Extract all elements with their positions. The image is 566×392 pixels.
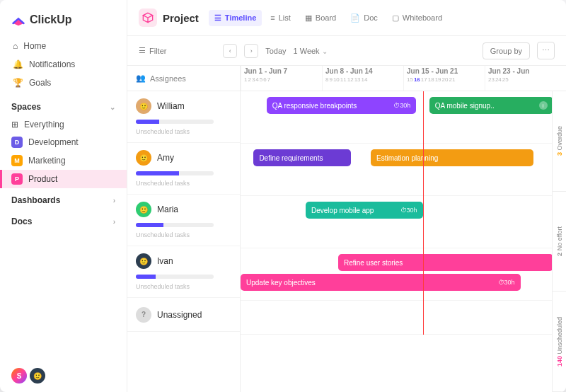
day-label: 15 bbox=[407, 76, 413, 83]
range-label: 1 Week bbox=[294, 47, 320, 55]
space-badge: P bbox=[11, 173, 23, 185]
group-by-button[interactable]: Group by bbox=[483, 42, 530, 59]
rail-unscheduled[interactable]: 140 Unscheduled bbox=[553, 292, 566, 392]
rail-overdue[interactable]: 3 Overdue bbox=[553, 91, 566, 192]
sidebar: ClickUp ⌂Home 🔔Notifications 🏆Goals Spac… bbox=[0, 0, 127, 392]
task-label: Estimation planning bbox=[376, 154, 438, 162]
day-label: 12 bbox=[347, 76, 354, 83]
section-docs[interactable]: Docs › bbox=[0, 209, 127, 231]
day-label: 9 bbox=[329, 76, 332, 83]
clickup-logo-icon bbox=[11, 13, 25, 27]
day-label: 17 bbox=[421, 76, 427, 83]
timeline-body: QA responsive breakpoints⏱30hQA mobile s… bbox=[241, 91, 566, 335]
project-title-block[interactable]: Project bbox=[139, 8, 199, 27]
week-label: Jun 1 - Jun 7 bbox=[244, 67, 319, 75]
cube-icon bbox=[139, 8, 157, 27]
assignee-name-label: William bbox=[157, 101, 185, 111]
view-doc[interactable]: 📄Doc bbox=[345, 10, 383, 26]
timeline-icon: ☰ bbox=[214, 13, 221, 23]
task-bar[interactable]: Develop mobile app⏱30h bbox=[306, 202, 423, 219]
view-list[interactable]: ≡List bbox=[265, 10, 296, 26]
task-bar[interactable]: Define requirements bbox=[253, 149, 351, 166]
nav-notifications[interactable]: 🔔Notifications bbox=[7, 55, 120, 74]
view-timeline[interactable]: ☰Timeline bbox=[209, 10, 262, 26]
task-bar[interactable]: Estimation planning bbox=[371, 149, 533, 166]
filter-button[interactable]: ☰Filter bbox=[139, 46, 166, 55]
app-shell: ClickUp ⌂Home 🔔Notifications 🏆Goals Spac… bbox=[0, 0, 566, 392]
filter-icon: ☰ bbox=[139, 46, 146, 55]
day-label: 16 bbox=[414, 76, 420, 83]
space-badge: M bbox=[11, 155, 23, 166]
assignee-header-label: Assignees bbox=[150, 74, 186, 83]
assignee-name-label: Maria bbox=[157, 204, 178, 214]
rail-label: Overdue bbox=[556, 126, 563, 151]
task-hours: ⏱30h bbox=[498, 279, 515, 286]
assignee-name-label: Ivan bbox=[157, 256, 173, 266]
task-label: Develop mobile app bbox=[311, 207, 374, 214]
space-product[interactable]: PProduct bbox=[0, 170, 127, 188]
day-label: 19 bbox=[435, 76, 441, 83]
day-label: 1 bbox=[244, 76, 247, 83]
day-label: 14 bbox=[362, 76, 368, 83]
user-avatar-ivan[interactable]: 🙂 bbox=[30, 368, 45, 384]
assignee-header: 👥Assignees bbox=[127, 66, 240, 91]
next-button[interactable]: › bbox=[244, 44, 258, 58]
space-everything[interactable]: ⊞Everything bbox=[0, 116, 127, 133]
day-label: 21 bbox=[449, 76, 455, 83]
assignee-row[interactable]: 🙂AmyUnscheduled tasks bbox=[127, 143, 240, 195]
rail-label: No effort bbox=[556, 226, 563, 250]
unscheduled-label: Unscheduled tasks bbox=[136, 128, 231, 135]
day-label: 13 bbox=[354, 76, 361, 83]
task-bar[interactable]: Refine user stories bbox=[338, 254, 553, 271]
today-marker bbox=[423, 91, 424, 335]
nav-home[interactable]: ⌂Home bbox=[7, 37, 120, 55]
task-label: Update key objectives bbox=[246, 279, 316, 287]
nav-home-label: Home bbox=[23, 41, 46, 51]
avatar: 🙂 bbox=[136, 253, 151, 269]
grid-icon: ⊞ bbox=[11, 120, 18, 129]
section-dashboards[interactable]: Dashboards › bbox=[0, 188, 127, 209]
prev-button[interactable]: ‹ bbox=[223, 44, 237, 58]
day-label: 11 bbox=[340, 76, 347, 83]
topbar: Project ☰Timeline ≡List ▦Board 📄Doc ▢Whi… bbox=[127, 0, 566, 36]
task-bar[interactable]: Update key objectives⏱30h bbox=[241, 274, 521, 291]
brand-logo[interactable]: ClickUp bbox=[0, 0, 127, 34]
today-button[interactable]: Today bbox=[265, 47, 286, 55]
day-label: 10 bbox=[333, 76, 340, 83]
assignee-row[interactable]: 🙂IvanUnscheduled tasks bbox=[127, 246, 240, 298]
space-development[interactable]: DDevelopment bbox=[0, 133, 127, 151]
assignee-row[interactable]: 🙂MariaUnscheduled tasks bbox=[127, 195, 240, 246]
list-icon: ≡ bbox=[270, 13, 275, 22]
task-bar[interactable]: QA responsive breakpoints⏱30h bbox=[267, 97, 417, 114]
view-whiteboard[interactable]: ▢Whiteboard bbox=[386, 10, 448, 26]
day-label: 18 bbox=[428, 76, 434, 83]
week-label: Jun 23 - Jun bbox=[488, 67, 563, 75]
timeline-row: Refine user storiesUpdate key objectives… bbox=[241, 248, 566, 301]
avatar-placeholder: ? bbox=[136, 307, 151, 323]
days-row: 891011121314 bbox=[325, 76, 400, 83]
week-column: Jun 1 - Jun 71234567 bbox=[241, 66, 322, 91]
assignee-row[interactable]: ?Unassigned bbox=[127, 298, 240, 332]
more-button[interactable]: ⋯ bbox=[537, 42, 555, 59]
view-board[interactable]: ▦Board bbox=[299, 10, 342, 26]
space-label: Marketing bbox=[28, 156, 66, 166]
section-spaces[interactable]: Spaces ⌄ bbox=[0, 95, 127, 116]
home-icon: ⌂ bbox=[13, 41, 18, 51]
main-panel: Project ☰Timeline ≡List ▦Board 📄Doc ▢Whi… bbox=[127, 0, 566, 392]
view-switcher: ☰Timeline ≡List ▦Board 📄Doc ▢Whiteboard bbox=[209, 10, 448, 26]
space-marketing[interactable]: MMarketing bbox=[0, 151, 127, 170]
days-row: 1234567 bbox=[244, 76, 319, 83]
rail-noeffort[interactable]: 2 No effort bbox=[553, 192, 566, 292]
days-row: 15161718192021 bbox=[407, 76, 482, 83]
nav-goals[interactable]: 🏆Goals bbox=[7, 74, 120, 92]
week-column: Jun 8 - Jun 14891011121314 bbox=[322, 66, 403, 91]
progress-bar bbox=[136, 171, 214, 175]
task-bar[interactable]: QA mobile signup..i bbox=[429, 97, 553, 114]
dashboards-title: Dashboards bbox=[11, 195, 60, 205]
range-selector[interactable]: 1 Week ⌄ bbox=[294, 47, 328, 55]
week-label: Jun 8 - Jun 14 bbox=[325, 67, 400, 75]
user-avatar[interactable]: S bbox=[11, 368, 27, 384]
assignee-row[interactable]: 🙂WilliamUnscheduled tasks bbox=[127, 91, 240, 143]
project-title: Project bbox=[163, 12, 199, 24]
week-column: Jun 15 - Jun 2115161718192021 bbox=[403, 66, 485, 91]
